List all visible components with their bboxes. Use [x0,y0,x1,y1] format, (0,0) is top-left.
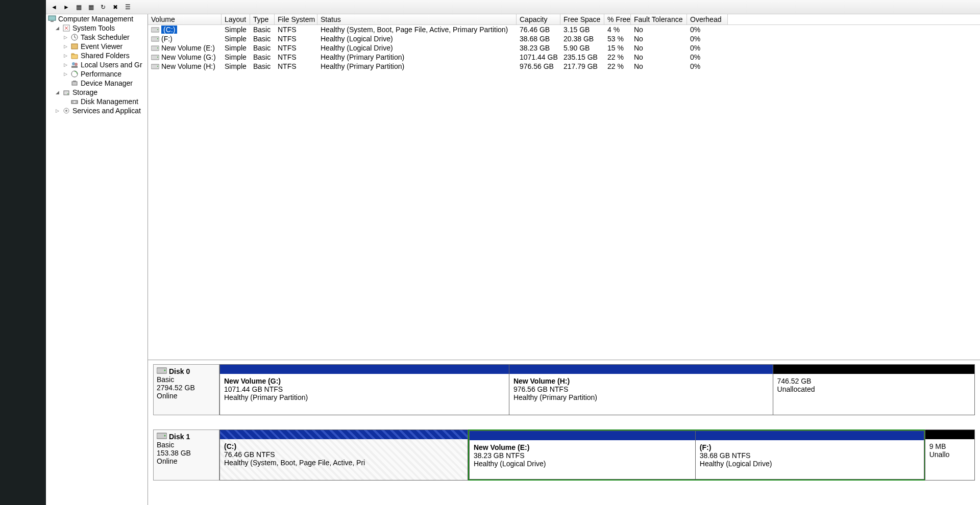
fs-cell: NTFS [275,43,317,53]
col-fault-tolerance[interactable]: Fault Tolerance [631,14,687,24]
disk-size: 153.38 GB [157,449,216,457]
toolbar-icon[interactable]: ✖ [110,2,120,12]
expand-icon[interactable]: ▷ [62,44,68,49]
table-row[interactable]: (C:)SimpleBasicNTFSHealthy (System, Boot… [148,25,980,34]
disk-label: Disk 1 [169,433,190,441]
partition-block[interactable]: New Volume (E:)38.23 GB NTFSHealthy (Log… [469,431,696,479]
col-capacity[interactable]: Capacity [517,14,560,24]
tree-performance[interactable]: ▷ Performance [46,69,148,79]
disk-management-icon [70,97,79,106]
svg-point-30 [164,435,166,437]
tree-storage[interactable]: ◢ Storage [46,88,148,97]
refresh-icon[interactable]: ↻ [98,2,108,12]
partition-size: 1071.44 GB NTFS [224,385,505,393]
expand-icon[interactable]: ▷ [62,53,68,58]
partition-size: 38.23 GB NTFS [474,451,691,460]
fault-cell: No [631,43,687,53]
tree-local-users[interactable]: ▷ Local Users and Gr [46,60,148,69]
col-free-space[interactable]: Free Space [560,14,604,24]
back-button[interactable]: ◄ [49,2,59,12]
partition-block[interactable]: 9 MBUnallo [925,430,975,481]
navigation-tree[interactable]: Computer Management ◢ System Tools ▷ Tas… [46,14,148,505]
col-status[interactable]: Status [317,14,517,24]
col-type[interactable]: Type [250,14,275,24]
collapse-icon[interactable]: ◢ [54,90,60,95]
table-row[interactable]: New Volume (G:)SimpleBasicNTFSHealthy (P… [148,53,980,62]
fs-cell: NTFS [275,53,317,62]
tree-event-viewer[interactable]: ▷ Event Viewer [46,42,148,51]
col-volume[interactable]: Volume [148,14,222,24]
tree-services[interactable]: ▷ Services and Applicat [46,106,148,115]
disk-graphical-view[interactable]: Disk 0Basic2794.52 GBOnlineNew Volume (G… [148,360,980,505]
disk-row: Disk 0Basic2794.52 GBOnlineNew Volume (G… [153,364,975,415]
free-cell: 20.38 GB [560,34,604,43]
partition-size: 76.46 GB NTFS [224,450,463,459]
expand-icon[interactable]: ▷ [54,108,60,113]
disk-row: Disk 1Basic153.38 GBOnline(C:)76.46 GB N… [153,430,975,481]
svg-point-22 [157,47,158,48]
tree-disk-management[interactable]: Disk Management [46,97,148,106]
tree-label: Disk Management [81,97,138,106]
performance-icon [70,70,79,78]
drive-icon [151,27,159,33]
partition-body: New Volume (H:)976.56 GB NTFSHealthy (Pr… [509,374,773,415]
status-cell: Healthy (System, Boot, Page File, Active… [317,25,517,34]
forward-button[interactable]: ► [61,2,71,12]
toolbar: ◄ ► ▦ ▦ ↻ ✖ ☰ [46,0,980,14]
device-manager-icon [70,79,79,87]
partition-color-bar [220,365,509,374]
tree-root[interactable]: Computer Management [46,14,148,23]
drive-icon [151,63,159,69]
expand-icon[interactable]: ▷ [62,35,68,40]
tree-device-manager[interactable]: Device Manager [46,79,148,88]
partition-status: Unallo [929,450,970,459]
partition-body: 9 MBUnallo [925,439,974,480]
volume-list[interactable]: Volume Layout Type File System Status Ca… [148,14,980,360]
partition-color-bar [509,365,773,374]
collapse-icon[interactable]: ◢ [54,26,60,31]
table-row[interactable]: New Volume (H:)SimpleBasicNTFSHealthy (P… [148,62,980,71]
tree-label: Storage [72,88,97,96]
disk-state: Online [157,457,216,465]
fault-cell: No [631,62,687,71]
toolbar-icon[interactable]: ▦ [74,2,84,12]
col-file-system[interactable]: File System [275,14,317,24]
disk-state: Online [157,392,216,400]
partition-name: New Volume (G:) [224,377,281,385]
partition-block[interactable]: (C:)76.46 GB NTFSHealthy (System, Boot, … [219,430,468,481]
partition-block[interactable]: New Volume (H:)976.56 GB NTFSHealthy (Pr… [509,364,773,415]
tree-task-scheduler[interactable]: ▷ Task Scheduler [46,33,148,42]
tree-label: Computer Management [58,15,133,23]
tree-system-tools[interactable]: ◢ System Tools [46,23,148,33]
partition-block[interactable]: (F:)38.68 GB NTFSHealthy (Logical Drive) [695,431,924,479]
fs-cell: NTFS [275,25,317,34]
disk-info[interactable]: Disk 0Basic2794.52 GBOnline [153,364,219,415]
drive-icon [151,54,159,60]
partition-block[interactable]: 746.52 GBUnallocated [773,364,975,415]
partition-body: New Volume (E:)38.23 GB NTFSHealthy (Log… [470,440,695,479]
partition-block[interactable]: New Volume (G:)1071.44 GB NTFSHealthy (P… [219,364,509,415]
status-cell: Healthy (Primary Partition) [317,53,517,62]
table-row[interactable]: New Volume (E:)SimpleBasicNTFSHealthy (L… [148,43,980,53]
tree-label: Local Users and Gr [81,61,142,69]
type-cell: Basic [250,25,275,34]
expand-icon[interactable]: ▷ [62,71,68,77]
partition-name: (C:) [224,442,236,450]
col-layout[interactable]: Layout [222,14,250,24]
disk-info[interactable]: Disk 1Basic153.38 GBOnline [153,430,219,481]
partition-body: (F:)38.68 GB NTFSHealthy (Logical Drive) [696,440,924,479]
fault-cell: No [631,34,687,43]
partition-color-bar [220,430,468,439]
overhead-cell: 0% [687,53,728,62]
layout-cell: Simple [222,43,250,53]
expand-icon[interactable]: ▷ [62,62,68,67]
toolbar-icon[interactable]: ▦ [86,2,96,12]
svg-point-12 [67,93,68,94]
col-percent-free[interactable]: % Free [604,14,631,24]
toolbar-icon[interactable]: ☰ [122,2,133,12]
svg-point-18 [157,29,158,30]
svg-rect-1 [51,21,54,22]
table-row[interactable]: (F:)SimpleBasicNTFSHealthy (Logical Driv… [148,34,980,43]
tree-shared-folders[interactable]: ▷ Shared Folders [46,51,148,60]
col-overhead[interactable]: Overhead [687,14,728,24]
